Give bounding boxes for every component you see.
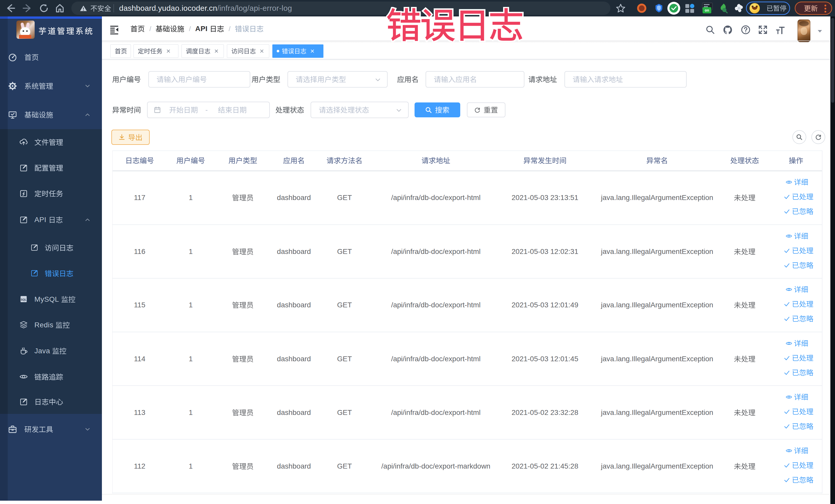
svg-text:SQL: SQL [21, 298, 27, 301]
